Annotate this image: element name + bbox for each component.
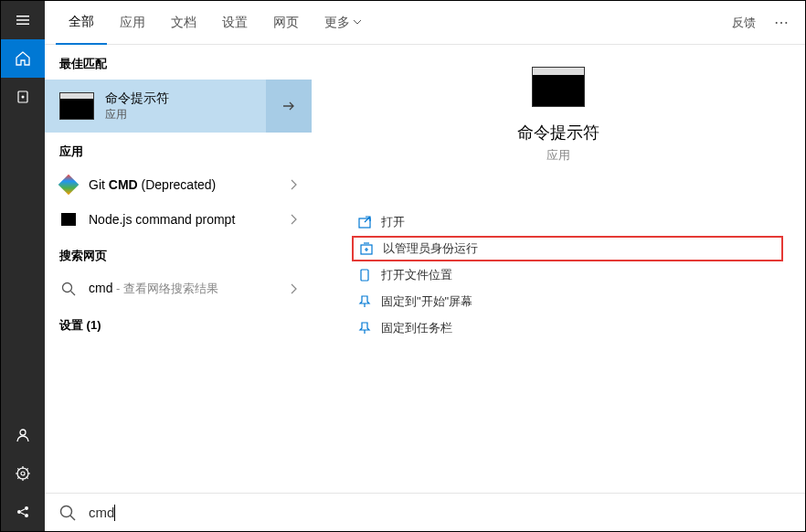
feedback-link[interactable]: 反馈 bbox=[726, 15, 761, 31]
preview-cmd-icon bbox=[532, 67, 585, 107]
share-button[interactable] bbox=[1, 493, 45, 531]
action-pin-start-label: 固定到"开始"屏幕 bbox=[381, 293, 472, 310]
hamburger-menu[interactable] bbox=[1, 1, 45, 39]
tab-web[interactable]: 网页 bbox=[260, 1, 312, 45]
result-web-label: cmd - 查看网络搜索结果 bbox=[89, 281, 290, 297]
folder-icon bbox=[357, 268, 372, 282]
tab-more-label: 更多 bbox=[324, 15, 350, 31]
best-match-expand[interactable] bbox=[266, 80, 312, 133]
section-apps: 应用 bbox=[45, 133, 312, 167]
settings-button[interactable] bbox=[1, 454, 45, 493]
result-node-cmd[interactable]: Node.js command prompt bbox=[45, 202, 312, 237]
admin-icon bbox=[359, 241, 374, 256]
best-match-sub: 应用 bbox=[105, 107, 266, 122]
action-open-label: 打开 bbox=[381, 214, 405, 230]
section-settings: 设置 (1) bbox=[45, 306, 312, 341]
svg-point-5 bbox=[17, 510, 21, 514]
action-location-label: 打开文件位置 bbox=[381, 267, 452, 283]
documents-button[interactable] bbox=[1, 78, 45, 116]
sidebar bbox=[1, 1, 45, 531]
tab-docs[interactable]: 文档 bbox=[158, 1, 209, 45]
svg-rect-9 bbox=[359, 218, 370, 228]
action-open-location[interactable]: 打开文件位置 bbox=[352, 262, 783, 288]
chevron-right-icon bbox=[290, 179, 297, 190]
result-git-label: Git CMD (Deprecated) bbox=[89, 177, 290, 192]
svg-point-1 bbox=[22, 96, 25, 99]
search-icon bbox=[59, 505, 76, 521]
section-best-match: 最佳匹配 bbox=[45, 45, 312, 80]
preview-panel: 命令提示符 应用 打开 以管理员身份运行 bbox=[312, 45, 805, 493]
svg-point-4 bbox=[21, 472, 25, 475]
arrow-right-icon bbox=[281, 99, 296, 113]
preview-title: 命令提示符 bbox=[517, 122, 599, 144]
search-value: cmd bbox=[89, 505, 114, 520]
chevron-right-icon bbox=[290, 214, 297, 225]
chevron-down-icon bbox=[354, 20, 361, 25]
best-match-item[interactable]: 命令提示符 应用 bbox=[45, 80, 312, 133]
action-pin-start[interactable]: 固定到"开始"屏幕 bbox=[352, 289, 783, 314]
svg-point-2 bbox=[20, 430, 26, 435]
user-button[interactable] bbox=[1, 416, 45, 454]
pin-start-icon bbox=[357, 294, 372, 309]
search-bar: cmd bbox=[45, 493, 805, 531]
git-icon bbox=[58, 175, 80, 196]
action-pin-taskbar-label: 固定到任务栏 bbox=[381, 320, 452, 336]
best-match-title: 命令提示符 bbox=[105, 90, 266, 107]
action-pin-taskbar[interactable]: 固定到任务栏 bbox=[352, 315, 783, 341]
result-node-label: Node.js command prompt bbox=[89, 212, 290, 227]
cmd-icon bbox=[59, 92, 94, 120]
search-icon bbox=[61, 282, 76, 296]
tab-settings[interactable]: 设置 bbox=[209, 1, 260, 45]
tabs-bar: 全部 应用 文档 设置 网页 更多 反馈 ⋯ bbox=[45, 1, 805, 45]
open-icon bbox=[357, 215, 372, 229]
results-panel: 最佳匹配 命令提示符 应用 应用 Git CMD bbox=[45, 45, 312, 493]
svg-point-7 bbox=[25, 514, 28, 517]
section-search-web: 搜索网页 bbox=[45, 237, 312, 271]
result-git-cmd[interactable]: Git CMD (Deprecated) bbox=[45, 167, 312, 202]
tab-more[interactable]: 更多 bbox=[312, 1, 374, 45]
pin-taskbar-icon bbox=[357, 321, 372, 335]
svg-point-12 bbox=[61, 505, 72, 516]
terminal-icon bbox=[61, 213, 76, 226]
more-options[interactable]: ⋯ bbox=[769, 14, 794, 31]
tab-apps[interactable]: 应用 bbox=[107, 1, 158, 45]
chevron-right-icon bbox=[290, 283, 297, 294]
action-admin-label: 以管理员身份运行 bbox=[383, 240, 478, 257]
svg-point-6 bbox=[25, 506, 28, 510]
result-web-cmd[interactable]: cmd - 查看网络搜索结果 bbox=[45, 271, 312, 306]
tab-all[interactable]: 全部 bbox=[56, 1, 107, 45]
preview-sub: 应用 bbox=[546, 147, 570, 164]
action-run-admin[interactable]: 以管理员身份运行 bbox=[352, 236, 783, 261]
svg-rect-11 bbox=[361, 270, 368, 281]
home-button[interactable] bbox=[1, 39, 45, 78]
svg-point-8 bbox=[63, 283, 72, 293]
search-input[interactable]: cmd bbox=[89, 505, 790, 521]
action-open[interactable]: 打开 bbox=[352, 209, 783, 235]
